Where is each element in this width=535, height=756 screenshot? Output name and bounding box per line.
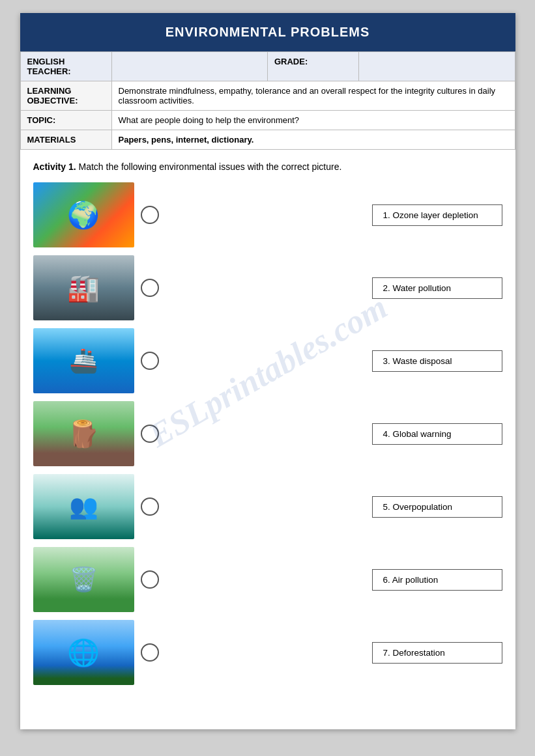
image-3	[33, 328, 134, 393]
label-box-5: 5. Overpopulation	[372, 496, 502, 518]
match-row-5: 5. Overpopulation	[33, 474, 502, 539]
grade-label: GRADE:	[267, 52, 358, 81]
circle-5[interactable]	[141, 497, 159, 516]
page-header: ENVIRONMENTAL PROBLEMS	[20, 13, 515, 51]
image-5	[33, 474, 134, 539]
match-row-1: 1. Ozone layer depletion	[33, 182, 502, 247]
image-1	[33, 182, 134, 247]
activity-instruction: Match the following environmental issues…	[79, 161, 342, 172]
materials-row: MATERIALS Papers, pens, internet, dictio…	[20, 130, 515, 150]
circle-2[interactable]	[141, 279, 159, 297]
label-box-7: 7. Deforestation	[372, 642, 502, 664]
activity-number: Activity 1.	[33, 161, 76, 172]
image-7	[33, 620, 134, 685]
activity-section: Activity 1. Match the following environm…	[20, 150, 515, 692]
match-row-7: 7. Deforestation	[33, 620, 502, 685]
learning-value: Demonstrate mindfulness, empathy, tolera…	[111, 81, 515, 111]
label-box-4: 4. Global warning	[372, 423, 502, 445]
match-row-3: 3. Waste disposal	[33, 328, 502, 393]
topic-row: TOPIC: What are people doing to help the…	[20, 111, 515, 130]
image-4	[33, 401, 134, 466]
teacher-label: ENGLISH TEACHER:	[20, 52, 111, 81]
circle-3[interactable]	[141, 352, 159, 370]
match-row-2: 2. Water pollution	[33, 255, 502, 320]
grade-value	[358, 52, 515, 81]
circle-1[interactable]	[141, 206, 159, 224]
learning-row: LEARNING OBJECTIVE: Demonstrate mindfuln…	[20, 81, 515, 111]
label-box-2: 2. Water pollution	[372, 277, 502, 299]
activity-title: Activity 1. Match the following environm…	[33, 161, 502, 172]
circle-4[interactable]	[141, 425, 159, 443]
image-2	[33, 255, 134, 320]
label-box-6: 6. Air pollution	[372, 569, 502, 591]
match-container: 1. Ozone layer depletion 2. Water pollut…	[33, 182, 502, 685]
info-table: ENGLISH TEACHER: GRADE: LEARNING OBJECTI…	[20, 51, 515, 150]
label-box-3: 3. Waste disposal	[372, 350, 502, 372]
circle-6[interactable]	[141, 570, 159, 589]
teacher-value	[111, 52, 267, 81]
image-6	[33, 547, 134, 612]
circle-7[interactable]	[141, 643, 159, 662]
learning-label: LEARNING OBJECTIVE:	[20, 81, 111, 111]
page-title: ENVIRONMENTAL PROBLEMS	[166, 25, 370, 39]
materials-value: Papers, pens, internet, dictionary.	[111, 130, 515, 150]
page: ESLprintables.com ENVIRONMENTAL PROBLEMS…	[20, 13, 515, 729]
match-row-4: 4. Global warning	[33, 401, 502, 466]
teacher-row: ENGLISH TEACHER: GRADE:	[20, 52, 515, 81]
match-row-6: 6. Air pollution	[33, 547, 502, 612]
topic-value: What are people doing to help the enviro…	[111, 111, 515, 130]
topic-label: TOPIC:	[20, 111, 111, 130]
label-box-1: 1. Ozone layer depletion	[372, 204, 502, 226]
materials-label: MATERIALS	[20, 130, 111, 150]
